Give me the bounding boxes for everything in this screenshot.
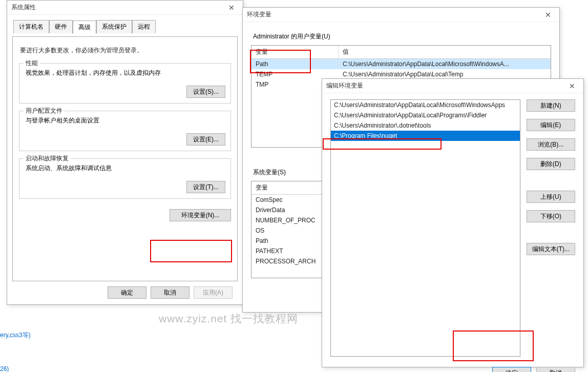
table-row[interactable]: Path C:\Users\Administrator\AppData\Loca… [251,59,551,69]
list-item[interactable]: C:\Program Files\nuget [331,131,520,141]
ok-button[interactable]: 确定 [492,367,531,372]
edit-text-button[interactable]: 编辑文本(T)... [527,243,575,255]
settings-profile-button[interactable]: 设置(E)... [186,133,225,146]
page-link-fragment-2[interactable]: 26) [0,365,9,372]
tab-hardware[interactable]: 硬件 [49,20,73,33]
page-link-fragment-1[interactable]: ery,css3等) [0,331,31,340]
titlebar: 编辑环境变量 ✕ [322,79,583,93]
list-item[interactable]: C:\Users\Administrator\.dotnet\tools [331,120,520,131]
user-vars-label: Administrator 的用户变量(U) [253,32,551,41]
close-icon[interactable]: ✕ [224,2,239,14]
list-item[interactable]: C:\Users\Administrator\AppData\Local\Pro… [331,110,520,120]
apply-button: 应用(A) [194,286,233,299]
cancel-button[interactable]: 取消 [536,367,575,372]
titlebar: 系统属性 ✕ [7,1,243,15]
titlebar: 环境变量 ✕ [243,8,559,22]
delete-button[interactable]: 删除(D) [527,158,575,170]
performance-group: 性能 视觉效果，处理器计划，内存使用，以及虚拟内存 设置(S)... [19,63,231,104]
user-profile-group: 用户配置文件 与登录帐户相关的桌面设置 设置(E)... [19,111,231,151]
dialog-title: 编辑环境变量 [326,81,363,90]
dialog-title: 系统属性 [11,3,36,12]
close-icon[interactable]: ✕ [565,80,579,92]
tab-panel: 要进行大多数更改，你必须作为管理员登录。 性能 视觉效果，处理器计划，内存使用，… [12,36,238,281]
path-list[interactable]: C:\Users\Administrator\AppData\Local\Mic… [330,99,520,357]
cancel-button[interactable]: 取消 [151,286,190,299]
new-button[interactable]: 新建(N) [527,99,575,112]
dialog-title: 环境变量 [247,10,271,19]
tabstrip: 计算机名 硬件 高级 系统保护 远程 [12,20,238,33]
col-value: 值 [339,46,551,58]
side-buttons: 新建(N) 编辑(E) 浏览(B)... 删除(D) 上移(U) 下移(O) 编… [527,99,575,357]
admin-hint: 要进行大多数更改，你必须作为管理员登录。 [20,46,230,55]
settings-performance-button[interactable]: 设置(S)... [186,86,225,98]
move-up-button[interactable]: 上移(U) [527,191,575,203]
settings-startup-button[interactable]: 设置(T)... [186,181,225,193]
system-properties-dialog: 系统属性 ✕ 计算机名 硬件 高级 系统保护 远程 要进行大多数更改，你必须作为… [7,0,243,305]
environment-variables-button[interactable]: 环境变量(N)... [170,209,231,221]
tab-advanced[interactable]: 高级 [73,20,96,34]
move-down-button[interactable]: 下移(O) [527,210,575,222]
group-desc: 与登录帐户相关的桌面设置 [26,116,225,125]
tab-system-protection[interactable]: 系统保护 [96,20,132,33]
edit-button[interactable]: 编辑(E) [527,119,575,131]
table-row[interactable]: TEMP C:\Users\Administrator\AppData\Loca… [251,69,551,79]
ok-button[interactable]: 确定 [108,286,146,299]
startup-recovery-group: 启动和故障恢复 系统启动、系统故障和调试信息 设置(T)... [19,158,231,199]
edit-environment-variable-dialog: 编辑环境变量 ✕ C:\Users\Administrator\AppData\… [322,78,584,367]
col-variable: 变量 [251,46,339,58]
table-header: 变量 值 [251,46,551,59]
group-title: 用户配置文件 [24,107,65,115]
list-item[interactable]: C:\Users\Administrator\AppData\Local\Mic… [331,100,520,110]
group-title: 性能 [24,59,40,68]
watermark-text: www.zyiz.net 找一找教程网 [159,312,298,326]
close-icon[interactable]: ✕ [541,9,555,21]
group-desc: 视觉效果，处理器计划，内存使用，以及虚拟内存 [26,69,225,77]
group-title: 启动和故障恢复 [24,154,71,163]
browse-button[interactable]: 浏览(B)... [527,138,575,151]
tab-remote[interactable]: 远程 [132,20,156,33]
tab-computer-name[interactable]: 计算机名 [13,20,49,33]
group-desc: 系统启动、系统故障和调试信息 [26,164,225,173]
